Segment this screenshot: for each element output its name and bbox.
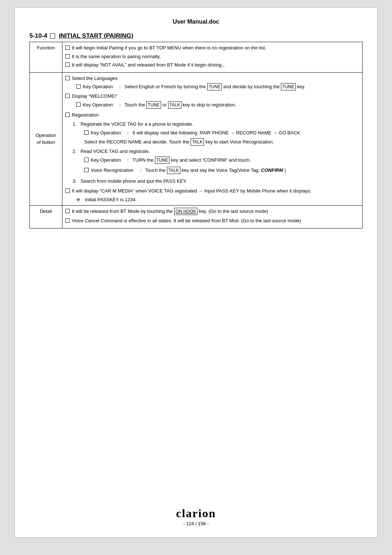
- checkbox-n2ko: [84, 158, 89, 162]
- ko1-text: Select English or French by turning the: [124, 84, 206, 89]
- num3-content: Search from mobile phone and iput the PA…: [81, 178, 359, 185]
- n2vr-text: Touch the: [145, 167, 166, 173]
- checkbox-d1: [65, 209, 70, 213]
- n2ko-end: key and select “CONFIRM” and touch.: [171, 157, 251, 163]
- checkbox-vtn: [65, 189, 70, 193]
- num1-keyop-label: Key Operation ：: [91, 129, 130, 137]
- num2-label: 2.: [73, 148, 81, 155]
- operation-label: Operation of button: [30, 72, 62, 206]
- ko2-key1: TUNE: [146, 101, 161, 109]
- function-content: It will begin Initial Pairing if you go …: [62, 42, 363, 73]
- num2-content: Read VOICE TAG and registrate. Key Opera…: [81, 148, 359, 175]
- checkbox-reg: [65, 113, 70, 117]
- key-op-1-text: Select English or French by turning the …: [124, 83, 305, 90]
- function-item-2: It is the same operation to paring norma…: [65, 53, 359, 60]
- ko1-key1: TUNE: [207, 83, 222, 90]
- checkbox-dw: [65, 94, 70, 98]
- display-welcome-item: Display “WELCOME!”: [65, 93, 359, 100]
- checkbox-f3: [65, 62, 70, 67]
- ko2-end: key to skip to registration.: [183, 102, 236, 108]
- n2vr-end: key and say the Voice Tag(Voice Tag:: [182, 167, 260, 173]
- d1-post: key. (Go to the last source mode): [199, 208, 268, 214]
- checkbox-sl: [65, 76, 70, 80]
- ko1-mid: and decide by touching the: [223, 84, 279, 89]
- footer-brand: clarion: [15, 507, 377, 520]
- operation-row: Operation of button Select the Languages…: [30, 72, 363, 206]
- main-table: Function It will begin Initial Pairing i…: [29, 42, 363, 228]
- section-checkbox: [50, 33, 55, 39]
- key-op-2-label: Key Operation ：: [83, 101, 122, 109]
- ko2-text: Touch the: [124, 102, 145, 108]
- num1-select-line: Select the RECORD NAME and decide. Touch…: [84, 138, 359, 146]
- footer: clarion - 124 / 156 -: [15, 507, 377, 526]
- num1-label: 1.: [73, 121, 81, 128]
- d1-pre: It will be released from BT Mode by touc…: [72, 208, 173, 214]
- checkbox-ko1: [76, 84, 81, 89]
- num2-vr-text: Touch the TALK key and say the Voice Tag…: [145, 167, 286, 174]
- function-item-1: It will begin Initial Pairing if you go …: [65, 44, 359, 52]
- passkey-note: ※ Initial PASSKEY is 1234.: [76, 196, 359, 203]
- on-hook-key: ON HOOK: [174, 208, 198, 215]
- checkbox-n1ko: [84, 130, 89, 135]
- num1-select-end: key to start Voice Recognization.: [205, 139, 274, 145]
- num2-keyop-label: Key Operation ：: [91, 157, 130, 164]
- function-text-3: It will display “NOT AVAIL” and released…: [72, 61, 228, 69]
- section-id: 5-10-4: [29, 32, 47, 40]
- detail-item-1: It will be released from BT Mode by touc…: [65, 208, 359, 215]
- detail-row: Detail It will be released from BT Mode …: [30, 206, 363, 228]
- detail-label: Detail: [30, 206, 62, 228]
- n2ko-text: TURN the: [132, 157, 154, 163]
- detail-content: It will be released from BT Mode by touc…: [62, 206, 363, 228]
- checkbox-f2: [65, 54, 70, 58]
- key-op-2-text: Touch the TUNE or TALK key to skip to re…: [124, 101, 236, 109]
- checkbox-f1: [65, 45, 70, 50]
- function-item-3: It will display “NOT AVAIL” and released…: [65, 61, 359, 69]
- key-op-2-row: Key Operation ： Touch the TUNE or TALK k…: [76, 101, 359, 109]
- operation-content: Select the Languages Key Operation ： Sel…: [62, 72, 363, 206]
- ko2-key2: TALK: [168, 101, 181, 109]
- passkey-note-text: ※ Initial PASSKEY is 1234.: [76, 197, 137, 202]
- checkbox-ko2: [76, 102, 81, 107]
- footer-page: - 124 / 156 -: [15, 521, 377, 526]
- function-text-2: It is the same operation to paring norma…: [72, 53, 161, 60]
- num1-content: Registrate the VOICE TAG for a a phone t…: [81, 121, 359, 146]
- ko1-key2: TUNE: [281, 83, 296, 90]
- num3-text: Search from mobile phone and iput the PA…: [81, 178, 187, 184]
- num2-keyop-row: Key Operation ： TURN the TUNE key and se…: [84, 157, 359, 164]
- checkbox-d2: [65, 218, 70, 223]
- numbered-item-3: 3. Search from mobile phone and iput the…: [73, 178, 359, 185]
- regestration-text: Regestration: [72, 112, 99, 119]
- num2-text: Read VOICE TAG and registrate.: [81, 148, 359, 155]
- n2ko-key: TUNE: [155, 157, 170, 164]
- display-welcome-text: Display “WELCOME!”: [72, 93, 118, 100]
- detail-item-1-text: It will be released from BT Mode by touc…: [72, 208, 268, 215]
- n2vr-paren: ): [284, 167, 286, 173]
- page: User Manual.doc 5-10-4 INITIAL START (PA…: [15, 7, 377, 538]
- num1-text: Registrate the VOICE TAG for a a phone t…: [81, 121, 359, 128]
- voice-tag-note-row: It will display “CAR M MEDIA” when VOICE…: [65, 187, 359, 195]
- num1-select-text: Select the RECORD NAME and decide. Touch…: [84, 139, 189, 145]
- function-row: Function It will begin Initial Pairing i…: [30, 42, 363, 73]
- detail-item-2-text: Voice Cancel Command is effective in all…: [72, 217, 301, 224]
- num2-keyop-text: TURN the TUNE key and select “CONFIRM” a…: [132, 157, 251, 164]
- n2vr-confirm: CONFIRM: [261, 167, 283, 173]
- key-op-1-label: Key Operation ：: [83, 83, 122, 90]
- numbered-item-1: 1. Registrate the VOICE TAG for a a phon…: [73, 121, 359, 146]
- section-header: 5-10-4 INITIAL START (PAIRING): [29, 32, 363, 40]
- function-text-1: It will begin Initial Pairing if you go …: [72, 44, 266, 52]
- section-title: INITIAL START (PAIRING): [59, 32, 133, 40]
- ko1-end: key.: [297, 84, 305, 89]
- function-label: Function: [30, 42, 62, 73]
- regestration-item: Regestration: [65, 112, 359, 119]
- num1-keyop-text: It will display next like following :PAI…: [132, 129, 300, 137]
- ko2-or: or: [162, 102, 168, 108]
- checkbox-n2vr: [84, 168, 89, 172]
- num2-vr-label: Voice Recognization ：: [91, 167, 143, 174]
- num2-voicerec-row: Voice Recognization ： Touch the TALK key…: [84, 167, 359, 174]
- select-languages-text: Select the Languages: [72, 75, 118, 82]
- detail-item-2: Voice Cancel Command is effective in all…: [65, 217, 359, 224]
- operation-label-line1: Operation: [36, 133, 56, 138]
- operation-label-line2: of button: [37, 139, 55, 145]
- num1-keyop-row: Key Operation ： It will display next lik…: [84, 129, 359, 137]
- voice-tag-note-text: It will display “CAR M MEDIA” when VOICE…: [72, 187, 311, 195]
